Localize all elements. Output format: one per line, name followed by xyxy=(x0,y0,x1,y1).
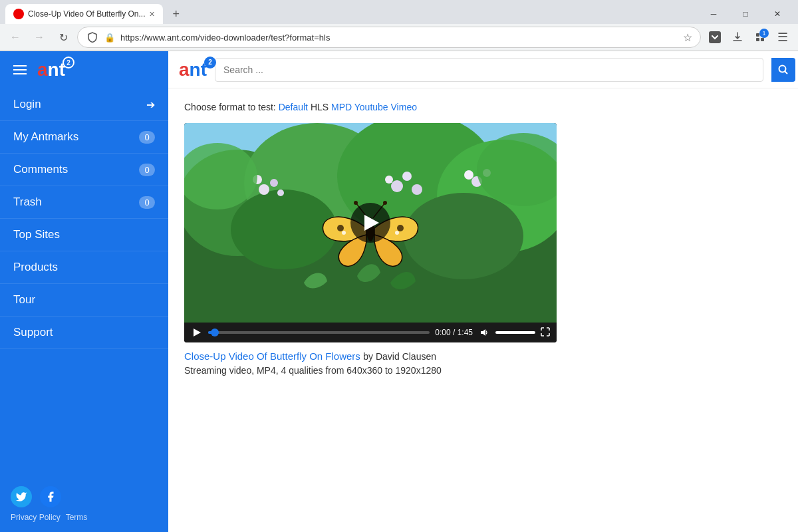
footer-links: Privacy Policy Terms xyxy=(11,513,158,522)
lock-icon: 🔒 xyxy=(103,31,116,44)
hamburger-button[interactable] xyxy=(11,63,29,77)
video-progress-dot xyxy=(211,329,219,336)
video-play-pause-button[interactable] xyxy=(191,327,203,338)
svg-point-12 xyxy=(231,190,337,269)
nav-bar: ← → ↻ 🔒 ☆ xyxy=(0,24,798,51)
video-title-line: Close-Up Video Of Butterfly On Flowers b… xyxy=(184,350,782,362)
sidebar-item-login[interactable]: Login ➔ xyxy=(0,88,168,121)
main-content: ant 2 Choose format to test: Default xyxy=(168,51,798,532)
privacy-policy-link[interactable]: Privacy Policy xyxy=(11,513,61,522)
format-label: Choose format to test: xyxy=(184,102,276,112)
format-vimeo-link[interactable]: Vimeo xyxy=(391,102,417,112)
browser-chrome: Close-Up Video Of Butterfly On... × + ─ … xyxy=(0,0,798,51)
sidebar-item-trash[interactable]: Trash 0 xyxy=(0,186,168,219)
facebook-button[interactable] xyxy=(40,486,61,507)
twitter-button[interactable] xyxy=(11,486,32,507)
sidebar-products-label: Products xyxy=(13,261,155,274)
back-button[interactable]: ← xyxy=(5,27,25,47)
hamburger-line-2 xyxy=(13,69,27,70)
sidebar-item-support[interactable]: Support xyxy=(0,317,168,349)
url-input[interactable] xyxy=(120,33,679,43)
format-mpd-link[interactable]: MPD xyxy=(331,102,352,112)
video-time-separator: / xyxy=(453,328,458,337)
app-logo-badge: 2 xyxy=(204,57,216,68)
video-current-time: 0:00 xyxy=(435,328,450,337)
video-progress-bar[interactable] xyxy=(208,331,430,334)
address-bar[interactable]: 🔒 ☆ xyxy=(77,27,701,48)
video-fullscreen-button[interactable] xyxy=(541,327,550,338)
sidebar-item-top-sites[interactable]: Top Sites xyxy=(0,219,168,251)
sidebar-header: ant 2 xyxy=(0,51,168,88)
svg-point-31 xyxy=(354,201,358,205)
comments-count: 0 xyxy=(139,164,155,176)
content-area: Choose format to test: Default HLS MPD Y… xyxy=(168,88,798,389)
extensions-button[interactable]: 1 xyxy=(750,27,770,47)
svg-point-20 xyxy=(385,176,393,184)
window-controls: ─ □ ✕ xyxy=(698,4,793,24)
pocket-button[interactable] xyxy=(705,27,725,47)
video-volume-slider[interactable] xyxy=(495,331,535,334)
sidebar-item-comments[interactable]: Comments 0 xyxy=(0,154,168,186)
svg-point-19 xyxy=(402,172,412,181)
sidebar-item-tour[interactable]: Tour xyxy=(0,284,168,317)
svg-point-27 xyxy=(397,225,404,231)
format-youtube-link[interactable]: Youtube xyxy=(354,102,388,112)
sidebar-tour-label: Tour xyxy=(13,293,155,307)
minimize-button[interactable]: ─ xyxy=(698,4,729,24)
format-default-link[interactable]: Default xyxy=(279,102,308,112)
video-player: 0:00 / 1:45 xyxy=(184,123,557,342)
sidebar-footer: Privacy Policy Terms xyxy=(0,475,168,532)
svg-rect-4 xyxy=(761,38,764,41)
sidebar-support-label: Support xyxy=(13,326,155,339)
menu-button[interactable]: ☰ xyxy=(773,27,793,47)
video-total-time: 1:45 xyxy=(458,328,473,337)
tab-close-button[interactable]: × xyxy=(150,9,155,19)
download-button[interactable] xyxy=(728,27,747,47)
app-logo-a: a xyxy=(179,59,190,80)
sidebar-topsites-label: Top Sites xyxy=(13,228,155,241)
sidebar-logo-badge: 2 xyxy=(63,57,74,68)
svg-rect-0 xyxy=(709,31,721,43)
bookmark-star-button[interactable]: ☆ xyxy=(683,31,692,44)
video-time-display: 0:00 / 1:45 xyxy=(435,328,473,337)
maximize-button[interactable]: □ xyxy=(730,4,761,24)
app-header: ant 2 xyxy=(168,51,798,88)
login-arrow-icon: ➔ xyxy=(146,98,155,111)
video-meta: Streaming video, MP4, 4 qualities from 6… xyxy=(184,365,782,376)
svg-point-18 xyxy=(391,180,403,192)
close-button[interactable]: ✕ xyxy=(762,4,793,24)
video-thumbnail xyxy=(184,123,557,323)
forward-button[interactable]: → xyxy=(29,27,49,47)
logo-a-letter: a xyxy=(37,59,48,80)
search-input[interactable] xyxy=(223,65,755,75)
menu-icon: ☰ xyxy=(777,30,788,45)
terms-link[interactable]: Terms xyxy=(66,513,88,522)
video-mute-button[interactable] xyxy=(478,327,490,338)
shield-icon xyxy=(86,31,99,44)
new-tab-button[interactable]: + xyxy=(167,5,186,23)
format-hls-current: HLS xyxy=(311,102,329,112)
sidebar-item-my-antmarks[interactable]: My Antmarks 0 xyxy=(0,121,168,154)
refresh-button[interactable]: ↻ xyxy=(53,27,73,47)
tab-favicon xyxy=(13,9,24,19)
svg-point-29 xyxy=(395,231,399,235)
social-icons xyxy=(11,486,158,507)
video-controls: 0:00 / 1:45 xyxy=(184,323,557,342)
trash-count: 0 xyxy=(139,196,155,209)
svg-point-33 xyxy=(383,201,387,205)
title-bar: Close-Up Video Of Butterfly On... × + ─ … xyxy=(0,0,798,24)
svg-point-13 xyxy=(404,193,523,279)
browser-tab[interactable]: Close-Up Video Of Butterfly On... × xyxy=(5,4,163,24)
svg-point-17 xyxy=(277,190,284,196)
svg-point-15 xyxy=(270,179,278,187)
extensions-badge: 1 xyxy=(759,29,769,38)
search-button[interactable] xyxy=(771,58,795,82)
sidebar-logo: ant 2 xyxy=(37,59,65,80)
page-layout: ant 2 Login ➔ My Antmarks 0 Comments 0 T… xyxy=(0,51,798,532)
svg-point-14 xyxy=(259,184,269,195)
sidebar-item-products[interactable]: Products xyxy=(0,251,168,284)
sidebar-navigation: Login ➔ My Antmarks 0 Comments 0 Trash 0… xyxy=(0,88,168,475)
sidebar-trash-label: Trash xyxy=(13,196,139,209)
play-button[interactable] xyxy=(350,203,390,243)
video-title-link[interactable]: Close-Up Video Of Butterfly On Flowers xyxy=(184,350,360,362)
